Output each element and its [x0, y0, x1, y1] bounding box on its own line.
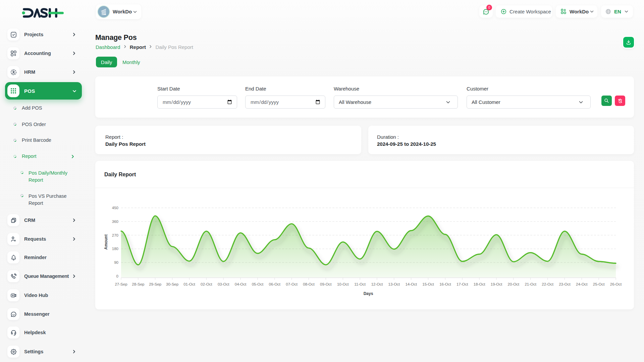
- svg-text:06-Oct: 06-Oct: [269, 282, 281, 286]
- svg-text:10-Oct: 10-Oct: [337, 282, 349, 286]
- svg-text:03-Oct: 03-Oct: [218, 282, 229, 286]
- svg-text:25-Oct: 25-Oct: [593, 282, 605, 286]
- svg-text:30-Sep: 30-Sep: [166, 282, 178, 286]
- svg-text:15-Oct: 15-Oct: [422, 282, 434, 286]
- svg-text:16-Oct: 16-Oct: [439, 282, 451, 286]
- svg-text:22-Oct: 22-Oct: [542, 282, 553, 286]
- svg-text:28-Sep: 28-Sep: [132, 282, 144, 286]
- svg-text:09-Oct: 09-Oct: [320, 282, 332, 286]
- svg-text:21-Oct: 21-Oct: [525, 282, 536, 286]
- svg-text:Days: Days: [364, 291, 373, 296]
- svg-text:07-Oct: 07-Oct: [286, 282, 298, 286]
- svg-text:01-Oct: 01-Oct: [183, 282, 195, 286]
- svg-text:450: 450: [112, 206, 118, 210]
- svg-text:26-Oct: 26-Oct: [610, 282, 622, 286]
- svg-text:270: 270: [112, 233, 118, 237]
- svg-text:20-Oct: 20-Oct: [508, 282, 520, 286]
- svg-text:11-Oct: 11-Oct: [354, 282, 366, 286]
- svg-text:23-Oct: 23-Oct: [559, 282, 571, 286]
- svg-text:04-Oct: 04-Oct: [235, 282, 247, 286]
- svg-text:02-Oct: 02-Oct: [201, 282, 212, 286]
- svg-text:08-Oct: 08-Oct: [303, 282, 315, 286]
- svg-text:05-Oct: 05-Oct: [252, 282, 264, 286]
- svg-text:19-Oct: 19-Oct: [491, 282, 502, 286]
- svg-text:13-Oct: 13-Oct: [388, 282, 400, 286]
- svg-text:360: 360: [112, 220, 118, 224]
- svg-text:18-Oct: 18-Oct: [474, 282, 485, 286]
- svg-text:12-Oct: 12-Oct: [371, 282, 383, 286]
- svg-text:180: 180: [112, 247, 118, 251]
- svg-text:Amount: Amount: [104, 234, 108, 249]
- svg-text:90: 90: [114, 260, 118, 264]
- svg-text:0: 0: [116, 274, 118, 278]
- svg-text:27-Sep: 27-Sep: [115, 282, 127, 286]
- svg-text:29-Sep: 29-Sep: [149, 282, 161, 286]
- svg-text:14-Oct: 14-Oct: [405, 282, 417, 286]
- svg-text:17-Oct: 17-Oct: [457, 282, 468, 286]
- svg-text:24-Oct: 24-Oct: [576, 282, 588, 286]
